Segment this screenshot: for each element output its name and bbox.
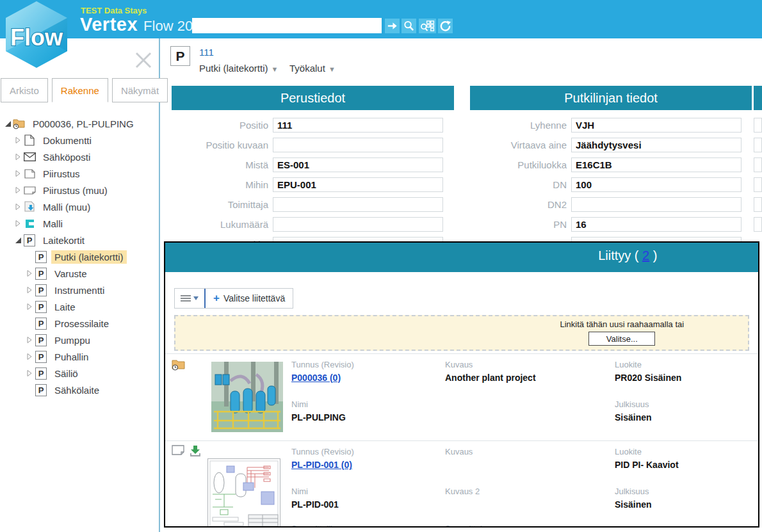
clipped-input[interactable]: [754, 157, 762, 172]
tree-item-dokumentti[interactable]: Dokumentti: [0, 132, 158, 149]
tunnus-link[interactable]: P000036 (0): [291, 373, 341, 383]
related-count-link[interactable]: 2: [642, 248, 649, 262]
pcard-icon: P: [35, 367, 47, 380]
dn2-input[interactable]: [571, 197, 742, 212]
project-thumbnail[interactable]: [211, 362, 283, 435]
tree-item-laite[interactable]: P Laite: [0, 298, 158, 315]
tab-arkisto[interactable]: Arkisto: [1, 78, 48, 102]
tree-item-sailio[interactable]: P Säiliö: [0, 365, 158, 382]
collapsed-arrow-icon[interactable]: [13, 168, 23, 179]
collapsed-arrow-icon[interactable]: [24, 368, 35, 378]
clipped-input[interactable]: [754, 118, 762, 133]
linked-item-row[interactable]: Tunnus (Revisio)PL-PID-001 (0) NimiPL-PI…: [165, 440, 758, 528]
card-title: 111: [199, 47, 214, 58]
collapsed-arrow-icon[interactable]: [13, 218, 23, 229]
list-options-button[interactable]: [175, 289, 204, 308]
drawing-thumbnail[interactable]: [207, 458, 280, 528]
field-label: Julkisuus: [615, 486, 756, 497]
dialog-toolbar: +Valitse liitettävä: [174, 288, 293, 309]
tree-item-putki-laitekortti[interactable]: P Putki (laitekortti): [0, 248, 158, 265]
field-label: Nimi: [291, 486, 432, 497]
positio-input[interactable]: [273, 118, 443, 133]
tree-item-instrumentti[interactable]: P Instrumentti: [0, 282, 158, 298]
clipped-input[interactable]: [754, 177, 762, 192]
hamburger-menu-icon: [181, 294, 191, 302]
tree-item-project-root[interactable]: P000036, PL-PULPING: [0, 115, 158, 132]
collapsed-arrow-icon[interactable]: [13, 185, 23, 195]
add-link-button[interactable]: +Valitse liitettävä: [206, 289, 293, 308]
collapsed-arrow-icon[interactable]: [24, 285, 35, 295]
collapsed-arrow-icon[interactable]: [24, 335, 35, 345]
close-icon: [132, 49, 155, 72]
collapsed-arrow-icon[interactable]: [24, 268, 35, 278]
putkiluokka-input[interactable]: [571, 157, 742, 172]
tree-item-piirustus-muu[interactable]: Piirustus (muu): [0, 182, 158, 198]
luokite-value: PID PI- Kaaviot: [615, 458, 756, 471]
tree-item-pumppu[interactable]: P Pumppu: [0, 332, 158, 348]
tree-item-label: Pumppu: [51, 334, 93, 347]
field-label: Virtaava aine: [470, 140, 571, 150]
field-label: Mistä: [172, 159, 273, 170]
tab-label: Arkisto: [10, 85, 39, 96]
tree-item-malli-muu[interactable]: Malli (muu): [0, 198, 158, 215]
collapsed-arrow-icon[interactable]: [13, 202, 23, 212]
lukumaara-input[interactable]: [273, 217, 443, 232]
close-panel-button[interactable]: [132, 49, 155, 72]
tree-item-prosessilaite[interactable]: P Prosessilaite: [0, 315, 158, 332]
tools-menu[interactable]: Työkalut▼: [289, 63, 336, 74]
refresh-button[interactable]: [438, 19, 453, 33]
menu-label: Putki (laitekortti): [199, 63, 268, 74]
structure-search-button[interactable]: [419, 19, 436, 33]
mista-input[interactable]: [273, 157, 443, 172]
lyhenne-input[interactable]: [571, 118, 742, 133]
clipped-input[interactable]: [754, 138, 762, 152]
tab-rakenne[interactable]: Rakenne: [52, 78, 108, 102]
tunnus-link[interactable]: PL-PID-001 (0): [291, 460, 352, 470]
tree-item-varuste[interactable]: P Varuste: [0, 265, 158, 282]
collapsed-arrow-icon[interactable]: [13, 135, 23, 145]
pn-input[interactable]: [571, 217, 742, 232]
drawing-other-icon: [23, 184, 36, 197]
tree-item-sahkoposti[interactable]: Sähköposti: [0, 149, 158, 165]
linked-item-row[interactable]: Tunnus (Revisio)P000036 (0) NimiPL-PULPI…: [165, 353, 758, 440]
virtaava-aine-input[interactable]: [571, 138, 742, 152]
tree-item-sahkolaite[interactable]: P Sähkölaite: [0, 382, 158, 398]
field-label: Kuvaus 2: [445, 486, 586, 497]
tree-item-malli[interactable]: Malli: [0, 215, 158, 232]
dropzone-hint: Linkitä tähän uusi raahaamalla tai: [508, 319, 737, 329]
chevron-down-icon: ▼: [272, 65, 279, 73]
field-row: Positio: [172, 115, 454, 135]
positio-kuvaan-input[interactable]: [273, 138, 443, 152]
expanded-arrow-icon[interactable]: [13, 235, 23, 245]
clipped-input[interactable]: [754, 197, 762, 212]
mihin-input[interactable]: [273, 177, 443, 192]
global-search-input[interactable]: [192, 18, 382, 33]
card-type-menu[interactable]: Putki (laitekortti)▼: [199, 63, 278, 74]
field-label: Nimi: [291, 399, 432, 410]
search-button[interactable]: [401, 19, 416, 33]
field-label: DN: [470, 179, 571, 190]
dn-input[interactable]: [571, 177, 742, 192]
field-label: Julkisuus: [615, 399, 756, 410]
structure-search-icon: [420, 20, 435, 32]
collapsed-arrow-icon[interactable]: [24, 351, 35, 362]
collapsed-arrow-icon[interactable]: [13, 152, 23, 162]
dialog-title-prefix: Liittyy (: [598, 248, 642, 262]
tree-item-puhallin[interactable]: P Puhallin: [0, 348, 158, 365]
collapsed-arrow-icon[interactable]: [24, 302, 35, 312]
toimittaja-input[interactable]: [273, 197, 443, 212]
sidebar-tabs: Arkisto Rakenne Näkymät: [1, 78, 168, 102]
link-dropzone[interactable]: Linkitä tähän uusi raahaamalla tai Valit…: [174, 315, 749, 351]
clipped-input[interactable]: [754, 217, 762, 232]
expanded-arrow-icon[interactable]: [3, 118, 13, 129]
tab-label: Rakenne: [61, 85, 99, 96]
arrow-right-icon: [386, 20, 398, 32]
tree-item-laitekortit[interactable]: P Laitekortit: [0, 232, 158, 248]
choose-file-button[interactable]: Valitse...: [588, 332, 655, 346]
tree-item-label: Malli (muu): [40, 200, 93, 214]
tree-item-piirustus[interactable]: Piirustus: [0, 165, 158, 182]
search-go-button[interactable]: [385, 19, 400, 33]
tab-nakymat[interactable]: Näkymät: [112, 78, 168, 102]
tree-item-label: Piirustus (muu): [40, 184, 111, 197]
kuvaus2-value: [445, 498, 586, 511]
